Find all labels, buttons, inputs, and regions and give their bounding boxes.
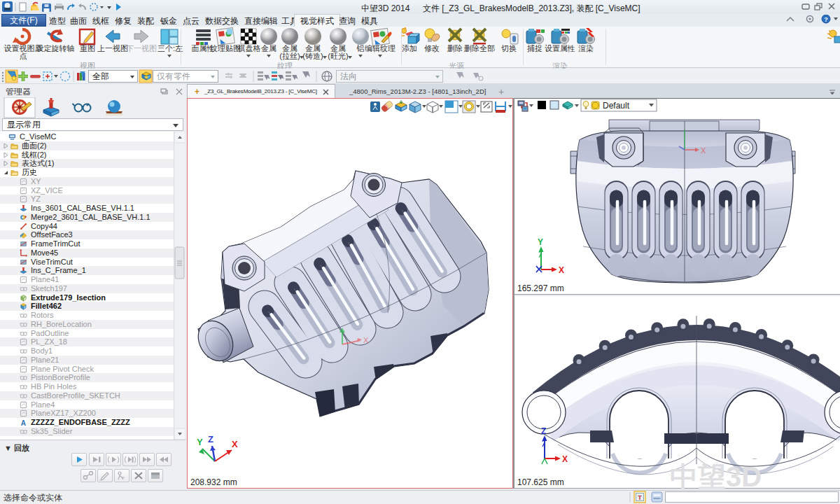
svg-text:X: X <box>559 265 564 275</box>
svg-text:Z: Z <box>208 434 214 444</box>
svg-text:X: X <box>363 336 369 344</box>
svg-text:Default: Default <box>603 101 630 111</box>
svg-text:107.625 mm: 107.625 mm <box>517 477 564 487</box>
svg-text:Y: Y <box>538 237 543 247</box>
svg-text:Y: Y <box>197 437 203 447</box>
svg-text:208.932 mm: 208.932 mm <box>190 477 237 487</box>
svg-text:Z: Z <box>541 426 546 436</box>
svg-text:T: T <box>638 494 642 501</box>
svg-text:165.297 mm: 165.297 mm <box>517 284 564 293</box>
svg-text:X: X <box>701 146 706 155</box>
svg-text:中望3D: 中望3D <box>670 461 762 489</box>
svg-text:?: ? <box>824 16 828 23</box>
svg-text:X: X <box>232 439 238 449</box>
svg-text:X: X <box>562 454 568 464</box>
